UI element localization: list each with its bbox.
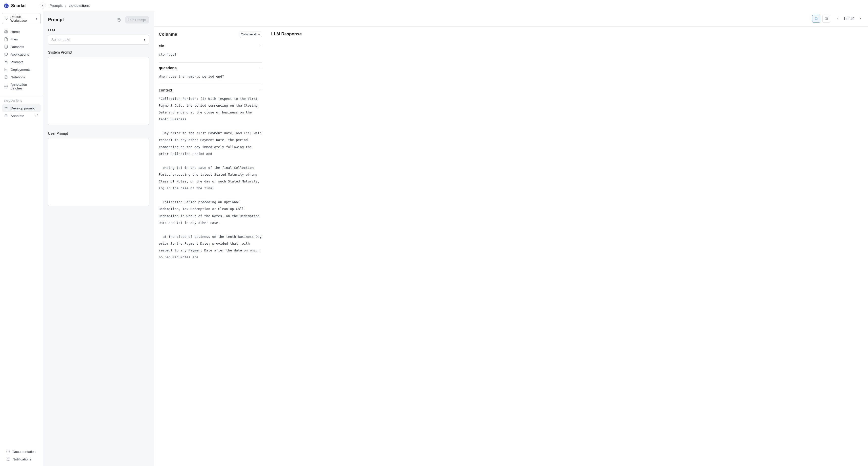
- nav-home[interactable]: Home: [2, 28, 41, 35]
- workspace-selector[interactable]: Default Workspace ▼: [2, 13, 41, 24]
- nav-label: Datasets: [11, 45, 24, 49]
- data-panel: 1 of 40 Columns: [154, 11, 868, 466]
- llm-response-pane: LLM Response: [267, 27, 868, 466]
- nav-notifications[interactable]: Notifications: [4, 456, 39, 463]
- svg-point-3: [6, 18, 6, 19]
- sidebar-footer: Documentation Notifications: [0, 446, 43, 466]
- column-block-questions: questions − When does the ramp-up period…: [159, 63, 262, 85]
- svg-point-6: [5, 45, 8, 46]
- prompt-panel-header: Prompt Run Prompt: [48, 16, 149, 24]
- collapse-all-label: Collapse all: [241, 33, 256, 36]
- svg-point-8: [5, 85, 8, 88]
- database-icon: [4, 45, 8, 49]
- square-icon: [814, 17, 818, 21]
- prompt-panel: Prompt Run Prompt LLM Select LLM ▼ Syste…: [43, 11, 154, 466]
- workspace-label: Default Workspace: [10, 15, 33, 23]
- column-block-context: context − "Collection Period": (i) With …: [159, 85, 262, 266]
- prompt-title: Prompt: [48, 17, 64, 23]
- collapse-sidebar-button[interactable]: [40, 3, 46, 9]
- nav-label: Prompts: [11, 60, 23, 64]
- svg-rect-13: [815, 18, 817, 20]
- system-prompt-input[interactable]: [48, 57, 149, 125]
- nav-datasets[interactable]: Datasets: [2, 43, 41, 51]
- nav-label: Notebook: [11, 75, 25, 79]
- breadcrumb: Prompts / clo-questions: [50, 3, 90, 7]
- user-prompt-input[interactable]: [48, 138, 149, 206]
- nav-label: Annotate: [11, 114, 24, 118]
- topbar: Prompts / clo-questions: [43, 0, 868, 11]
- user-prompt-label: User Prompt: [48, 131, 149, 135]
- llm-select-input[interactable]: Select LLM: [48, 35, 149, 45]
- llm-select[interactable]: Select LLM ▼: [48, 35, 149, 45]
- column-content: "Collection Period": (i) With respect to…: [159, 95, 262, 261]
- sliders-icon: [4, 106, 8, 110]
- column-block-clo: clo − clo_4.pdf: [159, 41, 262, 63]
- breadcrumb-separator: /: [65, 3, 66, 7]
- minus-icon: −: [260, 44, 262, 48]
- check-circle-icon: [4, 84, 8, 88]
- nav-label: Annotation batches: [11, 83, 39, 90]
- nav-files[interactable]: Files: [2, 35, 41, 43]
- column-head[interactable]: questions −: [159, 66, 262, 70]
- nav-annotation-batches[interactable]: Annotation batches: [2, 81, 41, 92]
- llm-label: LLM: [48, 28, 149, 32]
- pager-total: 40: [850, 17, 854, 21]
- svg-rect-7: [5, 75, 7, 79]
- workspace-icon: [5, 17, 8, 21]
- history-button[interactable]: [116, 17, 123, 24]
- pager-next-button[interactable]: [857, 16, 863, 22]
- columns-title: Columns: [159, 32, 177, 37]
- column-content: clo_4.pdf: [159, 51, 262, 58]
- column-content: When does the ramp-up period end?: [159, 73, 262, 80]
- nav-annotate[interactable]: Annotate: [2, 112, 41, 120]
- home-icon: [4, 30, 8, 34]
- help-icon: [6, 449, 10, 454]
- minus-icon: −: [260, 88, 262, 92]
- pager-text: 1 of 40: [843, 17, 854, 21]
- nav-label: Notifications: [13, 458, 31, 461]
- svg-point-9: [5, 107, 6, 108]
- pager-current: 1: [843, 17, 845, 21]
- nav-deployments[interactable]: Deployments: [2, 66, 41, 73]
- sparkle-icon: [4, 60, 8, 64]
- view-single-button[interactable]: [812, 15, 820, 23]
- pager-prev-button[interactable]: [835, 16, 840, 22]
- svg-point-4: [7, 18, 8, 19]
- chevron-left-icon: [836, 17, 839, 21]
- column-name: context: [159, 88, 172, 92]
- notebook-icon: [4, 75, 8, 79]
- columns-icon: [825, 17, 828, 21]
- svg-point-0: [4, 3, 9, 8]
- view-split-button[interactable]: [822, 15, 830, 23]
- nav-notebook[interactable]: Notebook: [2, 73, 41, 81]
- columns-header: Columns Collapse all −: [159, 32, 262, 37]
- minus-icon: −: [258, 33, 260, 36]
- chart-icon: [4, 67, 8, 71]
- svg-point-1: [5, 5, 6, 5]
- column-head[interactable]: context −: [159, 88, 262, 92]
- breadcrumb-root[interactable]: Prompts: [50, 3, 63, 7]
- nav-label: Develop prompt: [11, 106, 35, 110]
- collapse-all-button[interactable]: Collapse all −: [239, 32, 262, 37]
- nav-documentation[interactable]: Documentation: [4, 448, 39, 456]
- content: Prompt Run Prompt LLM Select LLM ▼ Syste…: [43, 11, 868, 466]
- nav-prompts[interactable]: Prompts: [2, 58, 41, 66]
- logo-icon: [4, 3, 9, 9]
- primary-nav: Home Files Datasets Applications Prompts…: [0, 27, 43, 93]
- data-toolbar: 1 of 40: [154, 11, 868, 27]
- column-name: clo: [159, 44, 164, 48]
- svg-point-2: [7, 5, 7, 5]
- chevron-down-icon: ▼: [35, 18, 38, 20]
- section-label: clo-questions: [0, 97, 43, 103]
- history-icon: [117, 18, 121, 22]
- chevron-left-bar-icon: [41, 4, 44, 7]
- nav-applications[interactable]: Applications: [2, 51, 41, 58]
- annotate-icon: [4, 114, 8, 118]
- run-prompt-button[interactable]: Run Prompt: [125, 16, 149, 24]
- nav-develop-prompt[interactable]: Develop prompt: [2, 104, 41, 112]
- data-body: Columns Collapse all − clo − clo_4.: [154, 27, 868, 466]
- column-head[interactable]: clo −: [159, 44, 262, 48]
- section-nav: Develop prompt Annotate: [0, 103, 43, 121]
- external-link-icon: [35, 114, 39, 118]
- nav-label: Deployments: [11, 68, 31, 71]
